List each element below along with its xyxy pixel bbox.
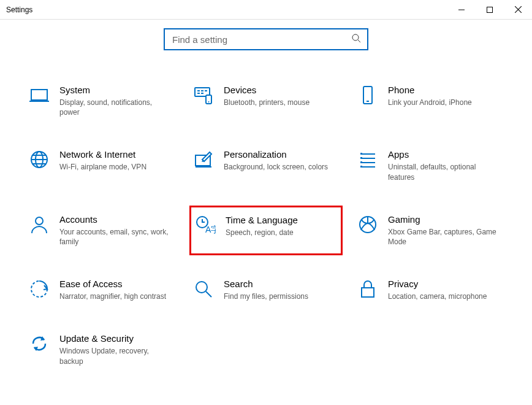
svg-rect-25	[362, 288, 374, 297]
category-title: Network & Internet	[59, 149, 146, 160]
category-desc: Link your Android, iPhone	[388, 98, 472, 107]
phone-icon	[357, 85, 378, 106]
category-desc: Location, camera, microphone	[388, 291, 487, 301]
category-title: System	[59, 85, 170, 95]
svg-rect-16	[360, 153, 362, 155]
category-title: Personalization	[224, 149, 328, 160]
search-icon	[351, 33, 361, 45]
category-gaming[interactable]: Gaming Xbox Game Bar, captures, Game Mod…	[354, 210, 507, 250]
category-title: Ease of Access	[59, 279, 166, 289]
svg-rect-18	[360, 161, 362, 163]
search-container	[0, 28, 532, 50]
maximize-button[interactable]	[476, 0, 504, 19]
category-desc: Find my files, permissions	[224, 291, 308, 301]
globe-icon	[29, 149, 50, 170]
category-desc: Narrator, magnifier, high contrast	[59, 291, 166, 301]
svg-text:A字: A字	[205, 225, 216, 234]
category-accounts[interactable]: Accounts Your accounts, email, sync, wor…	[25, 210, 178, 250]
svg-rect-0	[487, 7, 493, 12]
svg-rect-5	[201, 90, 203, 91]
svg-rect-4	[197, 90, 200, 91]
category-title: Search	[224, 279, 308, 289]
svg-point-24	[196, 282, 207, 293]
settings-grid: System Display, sound, notifications, po…	[0, 81, 532, 370]
system-icon	[29, 85, 50, 106]
titlebar: Settings	[0, 0, 532, 20]
category-desc: Uninstall, defaults, optional features	[388, 162, 498, 182]
paint-icon	[193, 149, 214, 170]
category-network[interactable]: Network & Internet Wi-Fi, airplane mode,…	[25, 145, 178, 185]
time-language-icon: A字	[195, 215, 216, 236]
svg-point-20	[36, 217, 43, 225]
category-title: Privacy	[388, 279, 487, 289]
category-desc: Display, sound, notifications, power	[59, 98, 170, 117]
devices-icon	[193, 85, 214, 106]
category-title: Apps	[388, 149, 498, 160]
category-search[interactable]: Search Find my files, permissions	[189, 275, 343, 305]
apps-icon	[357, 149, 378, 170]
svg-rect-8	[201, 93, 203, 94]
category-desc: Wi-Fi, airplane mode, VPN	[59, 162, 146, 172]
category-desc: Bluetooth, printers, mouse	[224, 98, 310, 107]
category-title: Update & Security	[59, 333, 170, 344]
gaming-icon	[357, 214, 378, 235]
search-box[interactable]	[164, 28, 368, 50]
ease-of-access-icon	[29, 279, 50, 299]
window-title: Settings	[6, 6, 32, 14]
category-apps[interactable]: Apps Uninstall, defaults, optional featu…	[354, 145, 507, 185]
category-desc: Windows Update, recovery, backup	[59, 346, 170, 366]
window-controls	[447, 0, 532, 19]
category-desc: Your accounts, email, sync, work, family	[59, 227, 170, 247]
svg-rect-7	[197, 93, 200, 94]
category-desc: Xbox Game Bar, captures, Game Mode	[388, 227, 498, 247]
close-button[interactable]	[504, 0, 532, 19]
svg-rect-2	[31, 90, 47, 100]
minimize-button[interactable]	[447, 0, 476, 19]
category-title: Time & Language	[226, 215, 298, 225]
category-title: Phone	[388, 85, 472, 95]
svg-rect-6	[205, 90, 207, 91]
update-icon	[29, 333, 50, 354]
category-devices[interactable]: Devices Bluetooth, printers, mouse	[189, 81, 343, 121]
magnifier-icon	[193, 279, 214, 299]
svg-rect-12	[367, 101, 369, 102]
category-desc: Background, lock screen, colors	[224, 162, 328, 172]
category-privacy[interactable]: Privacy Location, camera, microphone	[354, 275, 507, 305]
category-ease-of-access[interactable]: Ease of Access Narrator, magnifier, high…	[25, 275, 178, 305]
account-icon	[29, 214, 50, 235]
category-time-language[interactable]: A字 Time & Language Speech, region, date	[189, 206, 343, 255]
category-phone[interactable]: Phone Link your Android, iPhone	[354, 81, 507, 121]
svg-rect-17	[360, 157, 362, 159]
category-personalization[interactable]: Personalization Background, lock screen,…	[189, 145, 343, 185]
svg-rect-19	[360, 166, 362, 168]
lock-icon	[357, 279, 378, 299]
category-title: Accounts	[59, 214, 170, 225]
category-update-security[interactable]: Update & Security Windows Update, recove…	[25, 330, 178, 369]
category-desc: Speech, region, date	[226, 228, 298, 237]
svg-point-10	[208, 101, 210, 102]
category-title: Gaming	[388, 214, 498, 225]
category-system[interactable]: System Display, sound, notifications, po…	[25, 81, 178, 121]
search-input[interactable]	[171, 34, 351, 45]
category-title: Devices	[224, 85, 310, 95]
svg-point-1	[352, 34, 359, 40]
